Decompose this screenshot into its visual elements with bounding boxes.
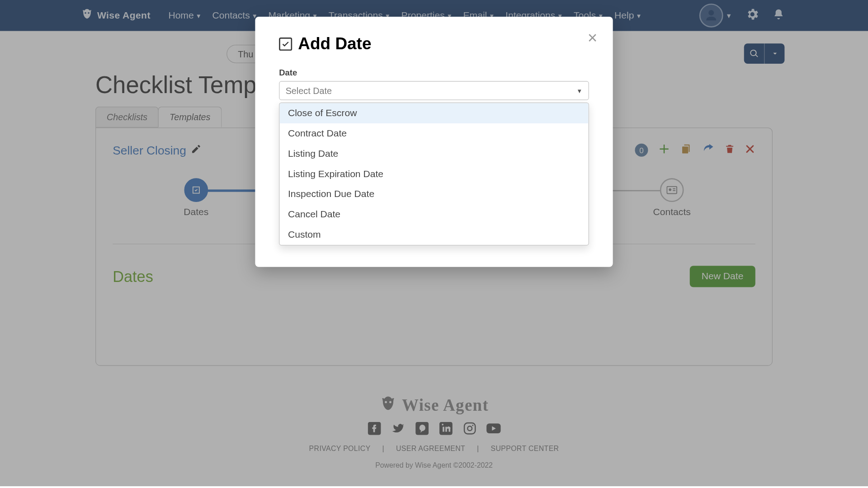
option-text: Contract Date <box>288 128 347 138</box>
option-text: Inspection Due Date <box>288 189 374 199</box>
option-text: Cancel Date <box>288 209 340 219</box>
date-select[interactable]: Select Date ▼ <box>279 81 589 100</box>
modal-title: Add Date <box>279 34 589 53</box>
option-contract-date[interactable]: Contract Date <box>279 123 588 144</box>
caret-down-icon: ▼ <box>576 87 582 94</box>
option-close-of-escrow[interactable]: Close of Escrow <box>279 103 588 123</box>
option-text: Custom <box>288 230 321 239</box>
check-square-icon <box>279 38 292 51</box>
select-placeholder: Select Date <box>286 85 332 95</box>
option-inspection-due[interactable]: Inspection Due Date <box>279 184 588 204</box>
add-date-modal: × Add Date Date Select Date ▼ Close of E… <box>255 17 613 267</box>
option-text: Listing Expiration Date <box>288 169 383 178</box>
date-field-label: Date <box>279 68 589 77</box>
modal-close-button[interactable]: × <box>588 30 598 47</box>
option-text: Close of Escrow <box>288 108 357 118</box>
option-listing-expiration[interactable]: Listing Expiration Date <box>279 164 588 184</box>
option-text: Listing Date <box>288 148 338 158</box>
option-listing-date[interactable]: Listing Date <box>279 144 588 164</box>
option-cancel-date[interactable]: Cancel Date <box>279 204 588 225</box>
date-dropdown: Close of Escrow Contract Date Listing Da… <box>279 103 589 245</box>
modal-title-text: Add Date <box>298 34 371 53</box>
option-custom[interactable]: Custom <box>279 225 588 245</box>
